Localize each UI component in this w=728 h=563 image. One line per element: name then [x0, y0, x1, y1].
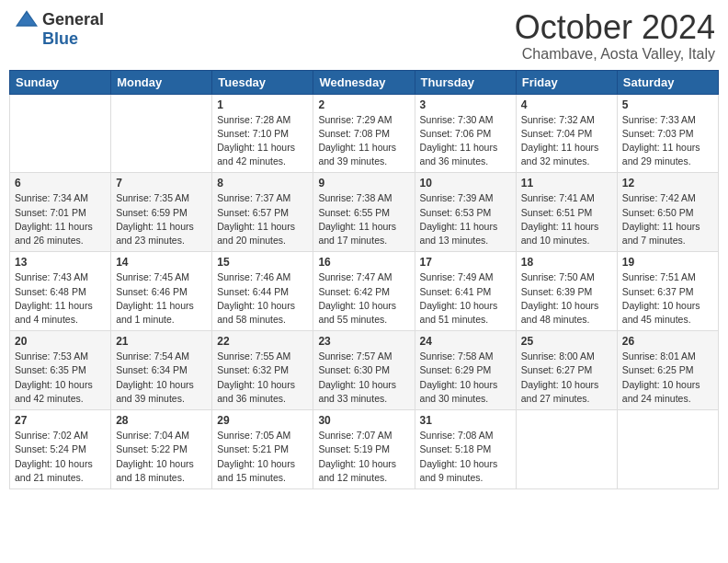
day-number: 31	[420, 414, 511, 427]
day-info: Sunrise: 7:46 AM Sunset: 6:44 PM Dayligh…	[217, 270, 308, 327]
calendar-cell: 16Sunrise: 7:47 AM Sunset: 6:42 PM Dayli…	[313, 252, 415, 331]
calendar-cell: 25Sunrise: 8:00 AM Sunset: 6:27 PM Dayli…	[516, 331, 617, 410]
day-info: Sunrise: 7:41 AM Sunset: 6:51 PM Dayligh…	[521, 191, 612, 247]
day-info: Sunrise: 7:55 AM Sunset: 6:32 PM Dayligh…	[217, 350, 308, 406]
calendar-cell: 19Sunrise: 7:51 AM Sunset: 6:37 PM Dayli…	[617, 252, 718, 331]
day-number: 4	[521, 98, 612, 111]
day-info: Sunrise: 7:28 AM Sunset: 7:10 PM Dayligh…	[217, 113, 308, 169]
day-info: Sunrise: 7:30 AM Sunset: 7:06 PM Dayligh…	[420, 113, 511, 169]
day-number: 28	[116, 414, 207, 427]
day-info: Sunrise: 8:00 AM Sunset: 6:27 PM Dayligh…	[521, 350, 612, 406]
day-info: Sunrise: 7:42 AM Sunset: 6:50 PM Dayligh…	[622, 191, 713, 247]
calendar-cell: 14Sunrise: 7:45 AM Sunset: 6:46 PM Dayli…	[111, 252, 212, 331]
day-info: Sunrise: 7:35 AM Sunset: 6:59 PM Dayligh…	[116, 191, 207, 247]
day-info: Sunrise: 7:04 AM Sunset: 5:22 PM Dayligh…	[116, 429, 207, 485]
calendar-cell: 28Sunrise: 7:04 AM Sunset: 5:22 PM Dayli…	[111, 410, 212, 489]
day-info: Sunrise: 7:50 AM Sunset: 6:39 PM Dayligh…	[521, 270, 612, 327]
calendar-cell: 13Sunrise: 7:43 AM Sunset: 6:48 PM Dayli…	[10, 252, 111, 331]
calendar-cell: 15Sunrise: 7:46 AM Sunset: 6:44 PM Dayli…	[212, 252, 313, 331]
day-info: Sunrise: 7:37 AM Sunset: 6:57 PM Dayligh…	[217, 191, 308, 247]
calendar-cell: 8Sunrise: 7:37 AM Sunset: 6:57 PM Daylig…	[212, 173, 313, 252]
day-header-tuesday: Tuesday	[212, 70, 313, 94]
calendar-cell: 21Sunrise: 7:54 AM Sunset: 6:34 PM Dayli…	[111, 331, 212, 410]
day-number: 3	[420, 98, 511, 111]
calendar-cell	[111, 94, 212, 173]
day-info: Sunrise: 7:57 AM Sunset: 6:30 PM Dayligh…	[318, 350, 409, 406]
calendar-cell: 3Sunrise: 7:30 AM Sunset: 7:06 PM Daylig…	[415, 94, 516, 173]
calendar-cell: 6Sunrise: 7:34 AM Sunset: 7:01 PM Daylig…	[10, 173, 111, 252]
day-number: 8	[217, 177, 308, 190]
calendar-cell: 20Sunrise: 7:53 AM Sunset: 6:35 PM Dayli…	[10, 331, 111, 410]
day-info: Sunrise: 7:54 AM Sunset: 6:34 PM Dayligh…	[116, 350, 207, 406]
day-number: 14	[116, 256, 207, 269]
calendar-week-row: 27Sunrise: 7:02 AM Sunset: 5:24 PM Dayli…	[10, 410, 719, 489]
calendar-cell: 5Sunrise: 7:33 AM Sunset: 7:03 PM Daylig…	[617, 94, 718, 173]
calendar-cell: 27Sunrise: 7:02 AM Sunset: 5:24 PM Dayli…	[10, 410, 111, 489]
day-number: 19	[622, 256, 713, 269]
day-info: Sunrise: 8:01 AM Sunset: 6:25 PM Dayligh…	[622, 350, 713, 406]
day-info: Sunrise: 7:43 AM Sunset: 6:48 PM Dayligh…	[15, 270, 106, 327]
calendar-cell: 1Sunrise: 7:28 AM Sunset: 7:10 PM Daylig…	[212, 94, 313, 173]
day-header-wednesday: Wednesday	[313, 70, 415, 94]
day-info: Sunrise: 7:51 AM Sunset: 6:37 PM Dayligh…	[622, 270, 713, 327]
day-number: 18	[521, 256, 612, 269]
day-number: 21	[116, 335, 207, 348]
day-info: Sunrise: 7:32 AM Sunset: 7:04 PM Dayligh…	[521, 113, 612, 169]
day-info: Sunrise: 7:47 AM Sunset: 6:42 PM Dayligh…	[318, 270, 409, 327]
calendar-week-row: 13Sunrise: 7:43 AM Sunset: 6:48 PM Dayli…	[10, 252, 719, 331]
day-info: Sunrise: 7:29 AM Sunset: 7:08 PM Dayligh…	[318, 113, 409, 169]
calendar-cell: 12Sunrise: 7:42 AM Sunset: 6:50 PM Dayli…	[617, 173, 718, 252]
day-info: Sunrise: 7:33 AM Sunset: 7:03 PM Dayligh…	[622, 113, 713, 169]
day-info: Sunrise: 7:38 AM Sunset: 6:55 PM Dayligh…	[318, 191, 409, 247]
calendar-cell: 7Sunrise: 7:35 AM Sunset: 6:59 PM Daylig…	[111, 173, 212, 252]
day-number: 7	[116, 177, 207, 190]
day-number: 12	[622, 177, 713, 190]
calendar-cell: 18Sunrise: 7:50 AM Sunset: 6:39 PM Dayli…	[516, 252, 617, 331]
day-number: 5	[622, 98, 713, 111]
day-info: Sunrise: 7:34 AM Sunset: 7:01 PM Dayligh…	[15, 191, 106, 247]
calendar-header-row: SundayMondayTuesdayWednesdayThursdayFrid…	[10, 70, 719, 94]
day-number: 26	[622, 335, 713, 348]
day-number: 13	[15, 256, 106, 269]
day-number: 9	[318, 177, 409, 190]
month-title: October 2024	[515, 9, 715, 46]
day-info: Sunrise: 7:58 AM Sunset: 6:29 PM Dayligh…	[420, 350, 511, 406]
calendar-cell: 30Sunrise: 7:07 AM Sunset: 5:19 PM Dayli…	[313, 410, 415, 489]
logo-general: General	[42, 10, 104, 29]
day-number: 24	[420, 335, 511, 348]
calendar-week-row: 20Sunrise: 7:53 AM Sunset: 6:35 PM Dayli…	[10, 331, 719, 410]
page-header: General Blue October 2024 Chambave, Aost…	[9, 9, 719, 63]
calendar-cell: 9Sunrise: 7:38 AM Sunset: 6:55 PM Daylig…	[313, 173, 415, 252]
svg-marker-1	[17, 13, 36, 25]
location: Chambave, Aosta Valley, Italy	[515, 46, 715, 63]
title-area: October 2024 Chambave, Aosta Valley, Ita…	[515, 9, 715, 63]
calendar-cell: 24Sunrise: 7:58 AM Sunset: 6:29 PM Dayli…	[415, 331, 516, 410]
logo-icon	[13, 9, 40, 28]
day-info: Sunrise: 7:49 AM Sunset: 6:41 PM Dayligh…	[420, 270, 511, 327]
calendar-cell: 2Sunrise: 7:29 AM Sunset: 7:08 PM Daylig…	[313, 94, 415, 173]
calendar-cell: 23Sunrise: 7:57 AM Sunset: 6:30 PM Dayli…	[313, 331, 415, 410]
day-info: Sunrise: 7:39 AM Sunset: 6:53 PM Dayligh…	[420, 191, 511, 247]
day-number: 10	[420, 177, 511, 190]
day-info: Sunrise: 7:05 AM Sunset: 5:21 PM Dayligh…	[217, 429, 308, 485]
day-number: 29	[217, 414, 308, 427]
calendar-cell: 26Sunrise: 8:01 AM Sunset: 6:25 PM Dayli…	[617, 331, 718, 410]
day-header-saturday: Saturday	[617, 70, 718, 94]
day-header-friday: Friday	[516, 70, 617, 94]
day-number: 1	[217, 98, 308, 111]
logo: General Blue	[13, 9, 104, 49]
day-number: 20	[15, 335, 106, 348]
day-number: 11	[521, 177, 612, 190]
day-header-sunday: Sunday	[10, 70, 111, 94]
day-info: Sunrise: 7:53 AM Sunset: 6:35 PM Dayligh…	[15, 350, 106, 406]
day-header-monday: Monday	[111, 70, 212, 94]
day-number: 6	[15, 177, 106, 190]
day-number: 2	[318, 98, 409, 111]
calendar-cell: 11Sunrise: 7:41 AM Sunset: 6:51 PM Dayli…	[516, 173, 617, 252]
calendar-cell	[617, 410, 718, 489]
day-number: 30	[318, 414, 409, 427]
day-number: 16	[318, 256, 409, 269]
calendar-table: SundayMondayTuesdayWednesdayThursdayFrid…	[9, 70, 719, 489]
calendar-cell: 22Sunrise: 7:55 AM Sunset: 6:32 PM Dayli…	[212, 331, 313, 410]
day-info: Sunrise: 7:02 AM Sunset: 5:24 PM Dayligh…	[15, 429, 106, 485]
